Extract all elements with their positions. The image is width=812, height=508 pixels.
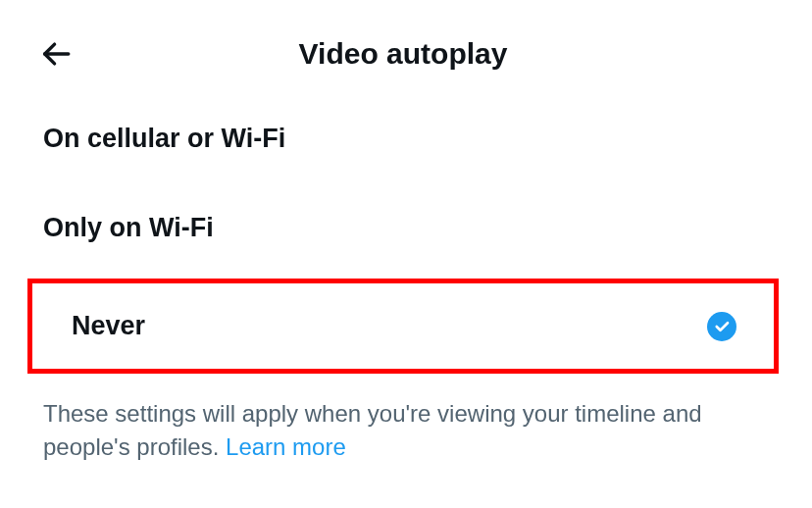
spacer [0, 178, 812, 189]
description-text: These settings will apply when you're vi… [43, 400, 702, 460]
autoplay-options: On cellular or Wi-Fi Only on Wi-Fi Never [0, 100, 812, 374]
option-label: On cellular or Wi-Fi [43, 124, 285, 154]
option-label: Only on Wi-Fi [43, 213, 214, 243]
settings-description: These settings will apply when you're vi… [0, 374, 812, 486]
option-label: Never [72, 311, 145, 341]
option-wifi-only[interactable]: Only on Wi-Fi [0, 189, 812, 267]
selected-indicator [707, 312, 736, 341]
page-title: Video autoplay [33, 37, 773, 71]
spacer [0, 267, 812, 279]
option-cellular-wifi[interactable]: On cellular or Wi-Fi [0, 100, 812, 178]
check-icon [713, 318, 731, 335]
learn-more-link[interactable]: Learn more [226, 433, 346, 460]
page-header: Video autoplay [0, 0, 812, 100]
option-never[interactable]: Never [27, 279, 779, 374]
